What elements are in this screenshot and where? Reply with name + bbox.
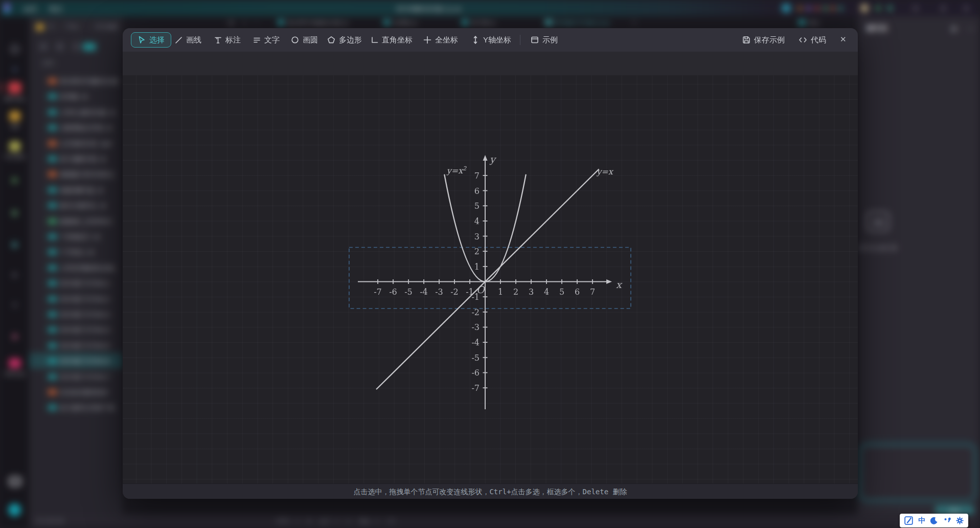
ime-zh-mode-icon[interactable]: 中 [918, 516, 925, 525]
textlines-icon [253, 36, 261, 44]
svg-text:6: 6 [575, 287, 580, 297]
curve-line [376, 169, 599, 389]
svg-text:-4: -4 [420, 287, 428, 297]
hint-bar: 点击选中，拖拽单个节点可改变连线形状，Ctrl+点击多选，框选多个，Delete… [123, 483, 858, 499]
ime-gear-icon[interactable] [956, 517, 964, 524]
svg-text:3: 3 [529, 287, 534, 297]
svg-text:-7: -7 [471, 383, 480, 393]
svg-text:3: 3 [474, 232, 480, 241]
action-save[interactable]: 保存示例 [742, 32, 785, 48]
action-code[interactable]: 代码 [799, 32, 826, 48]
svg-text:-2: -2 [450, 287, 459, 297]
rightangle-icon [371, 36, 378, 44]
svg-text:-5: -5 [471, 353, 480, 363]
modal-toolbar: 选择 画线 标注 文字 画圆 多边形 直角坐标 全坐标 Y轴坐标 示例 保存示例… [123, 28, 858, 52]
graph-editor-modal: 选择 画线 标注 文字 画圆 多边形 直角坐标 全坐标 Y轴坐标 示例 保存示例… [123, 28, 858, 499]
svg-text:-3: -3 [471, 322, 480, 332]
tool-cursor[interactable]: 选择 [131, 32, 171, 48]
tool-circle[interactable]: 画圆 [291, 32, 318, 48]
frame-icon [531, 36, 539, 44]
graph-canvas[interactable]: -7-6-5-4-3-2-112345677654321-1-2-3-4-5-6… [123, 75, 858, 483]
svg-text:2: 2 [513, 287, 518, 297]
svg-text:-7: -7 [374, 287, 382, 297]
modal-subheader [123, 52, 858, 75]
svg-text:1: 1 [474, 262, 480, 272]
tool-rightangle[interactable]: 直角坐标 [371, 32, 413, 48]
svg-text:-6: -6 [389, 287, 397, 297]
plus-icon [423, 36, 431, 44]
svg-text:4: 4 [474, 216, 480, 226]
svg-text:5: 5 [474, 201, 480, 211]
svg-text:-3: -3 [435, 287, 443, 297]
svg-text:-5: -5 [404, 287, 413, 297]
svg-text:7: 7 [474, 171, 480, 181]
ime-moon-icon[interactable] [930, 517, 938, 524]
code-icon [799, 36, 807, 43]
tool-pentagon[interactable]: 多边形 [327, 32, 362, 48]
close-icon[interactable]: ✕ [840, 35, 847, 43]
svg-text:-2: -2 [471, 307, 480, 317]
tool-line[interactable]: 画线 [175, 32, 201, 48]
varrows-icon [471, 36, 480, 44]
svg-text:6: 6 [474, 186, 480, 196]
svg-text:1: 1 [498, 287, 503, 297]
tool-frame[interactable]: 示例 [531, 32, 558, 48]
tool-textlines[interactable]: 文字 [253, 32, 280, 48]
svg-text:-6: -6 [471, 368, 480, 378]
cursor-icon [138, 36, 146, 44]
svg-text:y=x2: y=x2 [446, 165, 467, 175]
pentagon-icon [327, 36, 335, 44]
selection-rect [349, 247, 631, 308]
svg-text:y=x: y=x [596, 167, 613, 177]
svg-text:4: 4 [544, 287, 549, 297]
save-icon [742, 36, 750, 44]
svg-text:7: 7 [590, 287, 595, 297]
tool-varrows[interactable]: Y轴坐标 [471, 32, 511, 48]
annotate-icon [214, 36, 222, 44]
circle-icon [291, 36, 299, 44]
ime-toolbar[interactable]: 中 [900, 514, 968, 527]
line-icon [175, 36, 183, 44]
ime-punct-icon[interactable] [944, 517, 951, 524]
ime-pen-box-icon[interactable] [904, 516, 913, 525]
tool-annotate[interactable]: 标注 [214, 32, 241, 48]
svg-text:2: 2 [474, 247, 480, 256]
svg-text:5: 5 [559, 287, 564, 297]
svg-text:-4: -4 [471, 338, 480, 347]
svg-text:x: x [616, 279, 623, 290]
tool-plus[interactable]: 全坐标 [423, 32, 458, 48]
svg-text:y: y [489, 153, 497, 165]
screen: 会话 笔记 列方程解决问题 (1).sk 随时消息记事专注清单语音合成 21›P… [0, 0, 980, 528]
